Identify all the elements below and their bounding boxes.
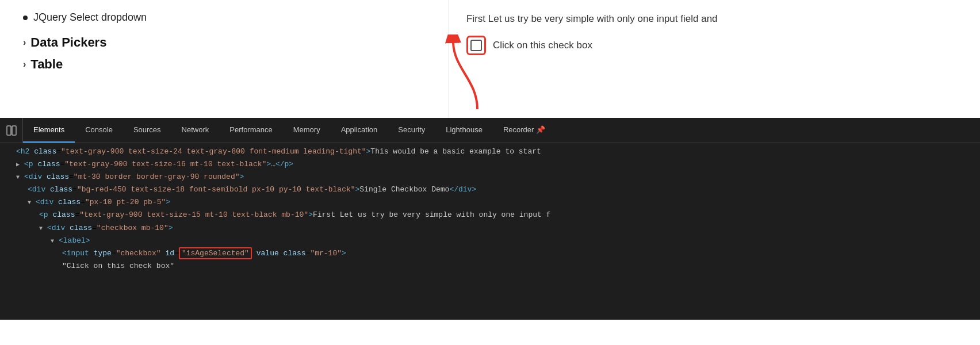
code-line-p[interactable]: ▶<p class="text-gray-900 text-size-16 mt… bbox=[0, 158, 980, 171]
bullet-dot bbox=[23, 16, 28, 20]
preview-area: JQuery Select dropdown › Data Pickers › … bbox=[0, 0, 980, 118]
code-triangle-checkbox: ▼ bbox=[39, 224, 46, 233]
code-h2-content: <h2 class="text-gray-900 text-size-24 te… bbox=[16, 145, 541, 158]
tab-elements[interactable]: Elements bbox=[23, 118, 75, 143]
code-p-content: <p class="text-gray-900 text-size-16 mt-… bbox=[24, 158, 293, 171]
checkbox-input[interactable] bbox=[470, 40, 482, 51]
tab-console[interactable]: Console bbox=[75, 118, 123, 143]
chevron-right-icon-2: › bbox=[23, 59, 26, 70]
panel-icon-svg bbox=[6, 125, 17, 136]
preview-right: First Let us try be very simple with onl… bbox=[449, 0, 980, 118]
code-triangle-div: ▼ bbox=[16, 172, 23, 182]
code-triangle-label: ▼ bbox=[51, 236, 58, 246]
tab-application[interactable]: Application bbox=[331, 118, 388, 143]
code-text-content: "Click on this check box" bbox=[62, 260, 174, 273]
code-line-p2[interactable]: <p class="text-gray-900 text-size-15 mt-… bbox=[0, 209, 980, 221]
tab-network[interactable]: Network bbox=[171, 118, 220, 143]
devtools-panel: Elements Console Sources Network Perform… bbox=[0, 118, 980, 320]
devtools-tabbar: Elements Console Sources Network Perform… bbox=[0, 118, 980, 143]
code-line-input[interactable]: <input type="checkbox" id="isAgeSelected… bbox=[0, 247, 980, 260]
code-label-content: <label> bbox=[59, 235, 90, 247]
code-triangle-p: ▶ bbox=[16, 160, 23, 170]
code-line-div-outer[interactable]: ▼<div class="mt-30 border border-gray-90… bbox=[0, 171, 980, 183]
code-input-content: <input type="checkbox" id="isAgeSelected… bbox=[62, 247, 346, 260]
code-div-inner-content: <div class="px-10 pt-20 pb-5"> bbox=[36, 196, 170, 209]
code-p2-content: <p class="text-gray-900 text-size-15 mt-… bbox=[39, 209, 550, 221]
tab-sources[interactable]: Sources bbox=[123, 118, 171, 143]
table-heading: › Table bbox=[23, 57, 426, 72]
svg-rect-2 bbox=[12, 126, 16, 135]
preview-description: First Let us try be very simple with onl… bbox=[466, 12, 963, 26]
tab-recorder[interactable]: Recorder 📌 bbox=[493, 118, 556, 143]
data-pickers-heading: › Data Pickers bbox=[23, 35, 426, 50]
devtools-toggle-icon[interactable] bbox=[0, 118, 23, 143]
code-line-label[interactable]: ▼<label> bbox=[0, 235, 980, 247]
svg-rect-1 bbox=[7, 126, 11, 135]
code-line-div-inner[interactable]: ▼<div class="px-10 pt-20 pb-5"> bbox=[0, 196, 980, 209]
code-div-checkbox-content: <div class="checkbox mb-10"> bbox=[47, 222, 173, 235]
code-triangle-inner: ▼ bbox=[28, 198, 35, 208]
pin-icon: 📌 bbox=[536, 125, 545, 134]
devtools-code-panel: <h2 class="text-gray-900 text-size-24 te… bbox=[0, 143, 980, 320]
chevron-right-icon: › bbox=[23, 37, 26, 48]
tab-security[interactable]: Security bbox=[388, 118, 435, 143]
bullet-item-label: JQuery Select dropdown bbox=[33, 12, 147, 24]
bullet-item: JQuery Select dropdown bbox=[23, 12, 426, 24]
code-line-h2[interactable]: <h2 class="text-gray-900 text-size-24 te… bbox=[0, 145, 980, 158]
checkbox-row: Click on this check box bbox=[466, 36, 963, 55]
tab-performance[interactable]: Performance bbox=[219, 118, 282, 143]
code-line-div-header[interactable]: <div class="bg-red-450 text-size-18 font… bbox=[0, 183, 980, 196]
checkbox-highlight-ring bbox=[466, 36, 486, 55]
tab-memory[interactable]: Memory bbox=[283, 118, 331, 143]
preview-left: JQuery Select dropdown › Data Pickers › … bbox=[0, 0, 449, 118]
checkbox-label: Click on this check box bbox=[493, 40, 592, 51]
code-line-text[interactable]: "Click on this check box" bbox=[0, 260, 980, 273]
tab-lighthouse[interactable]: Lighthouse bbox=[435, 118, 493, 143]
code-line-div-checkbox[interactable]: ▼<div class="checkbox mb-10"> bbox=[0, 222, 980, 235]
code-div-outer-content: <div class="mt-30 border border-gray-90 … bbox=[24, 171, 244, 183]
code-div-header-content: <div class="bg-red-450 text-size-18 font… bbox=[28, 183, 476, 196]
